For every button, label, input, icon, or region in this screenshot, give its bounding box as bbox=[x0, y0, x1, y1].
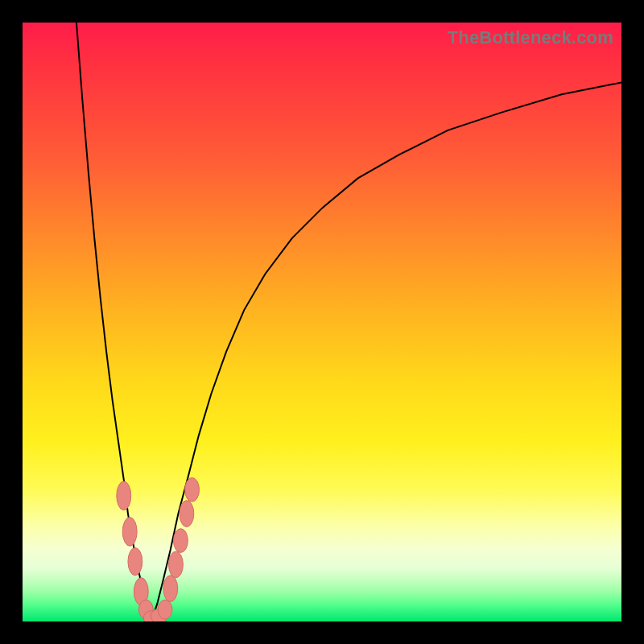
bottleneck-curve bbox=[23, 23, 621, 621]
chart-frame: TheBottleneck.com bbox=[0, 0, 644, 644]
marker-0 bbox=[117, 481, 131, 510]
marker-12 bbox=[185, 477, 200, 502]
plot-area: TheBottleneck.com bbox=[23, 23, 621, 621]
series-left-branch bbox=[76, 23, 151, 621]
series-right-branch bbox=[151, 82, 621, 621]
marker-8 bbox=[163, 576, 178, 602]
marker-1 bbox=[122, 518, 137, 547]
marker-11 bbox=[180, 501, 194, 527]
marker-2 bbox=[128, 547, 142, 575]
marker-9 bbox=[169, 551, 184, 578]
curve-paths bbox=[76, 23, 621, 621]
marker-7 bbox=[158, 600, 172, 619]
marker-10 bbox=[173, 529, 188, 553]
